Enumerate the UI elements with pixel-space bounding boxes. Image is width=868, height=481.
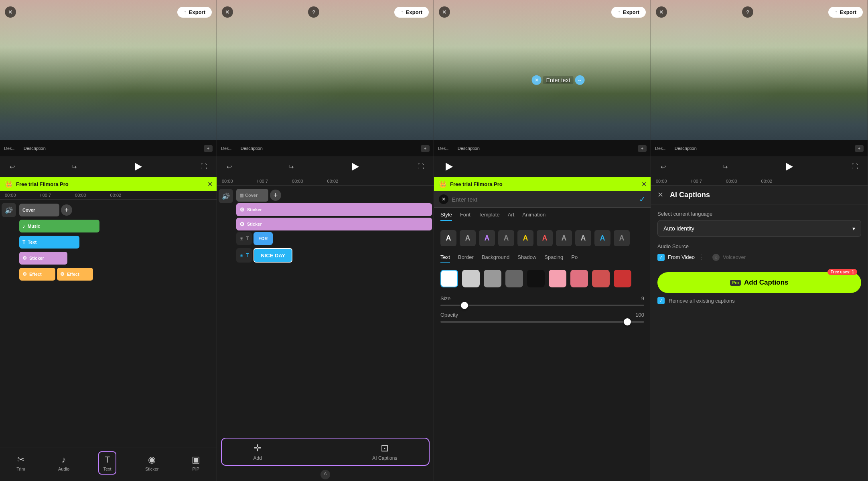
play-button-3[interactable] — [442, 160, 456, 174]
video-bottom-btn-3[interactable]: + — [638, 145, 647, 152]
add-item-2[interactable]: ✛ Add — [254, 443, 262, 461]
tab-style-3[interactable]: Style — [440, 212, 452, 221]
overlay-close-btn-3[interactable]: ✕ — [532, 75, 541, 85]
video-bottom-btn-2[interactable]: + — [421, 145, 430, 152]
text-input-field-3[interactable] — [452, 196, 636, 203]
fullscreen-button-2[interactable]: ⛶ — [416, 162, 426, 172]
color-swatch-gray-3[interactable] — [484, 270, 501, 287]
play-button-1[interactable] — [131, 160, 146, 174]
style-btn-more-3[interactable]: A — [614, 230, 630, 246]
color-swatch-lgray-3[interactable] — [462, 270, 480, 287]
ai-close-btn-4[interactable]: ✕ — [657, 190, 663, 199]
export-button-4[interactable]: ↑ Export — [828, 7, 863, 18]
video-bottom-btn-1[interactable]: + — [204, 145, 213, 152]
play-button-4[interactable] — [782, 160, 797, 174]
banner-close-1[interactable]: ✕ — [207, 180, 213, 188]
style-btn-light-3[interactable]: A — [575, 230, 591, 246]
size-slider-thumb-3[interactable] — [461, 302, 468, 309]
sticker-item-2[interactable]: ⚙ Sticker — [236, 218, 432, 230]
close-button-4[interactable]: ✕ — [656, 6, 667, 18]
ai-from-video-option-4[interactable]: ✓ From Video ⋮ — [657, 253, 704, 261]
redo-button-4[interactable]: ↪ — [721, 162, 729, 172]
tab-art-3[interactable]: Art — [508, 212, 515, 221]
tool-pip-1[interactable]: ▣ PIP — [188, 452, 204, 474]
style-btn-gold-3[interactable]: A — [517, 230, 533, 246]
color-swatch-black-3[interactable] — [527, 270, 545, 287]
ai-captions-item-2[interactable]: ⊡ AI Captions — [372, 443, 397, 461]
opacity-slider-thumb-3[interactable] — [624, 318, 631, 325]
text-close-btn-3[interactable]: ✕ — [439, 194, 448, 204]
clip-for-2[interactable]: FOR — [254, 232, 272, 245]
close-button-2[interactable]: ✕ — [222, 6, 233, 18]
style-btn-dark-3[interactable]: A — [498, 230, 514, 246]
color-swatch-pink-3[interactable] — [549, 270, 566, 287]
color-swatch-red-3[interactable] — [614, 270, 631, 287]
tab-animation-3[interactable]: Animation — [522, 212, 546, 221]
sticker-item-1[interactable]: ⚙ Sticker — [236, 203, 432, 216]
color-swatch-salmon-3[interactable] — [592, 270, 610, 287]
style-btn-outline-3[interactable]: A — [460, 230, 476, 246]
add-track-btn-1[interactable]: + — [61, 204, 72, 216]
close-button-1[interactable]: ✕ — [5, 6, 16, 18]
color-tab-po-3[interactable]: Po — [571, 254, 578, 263]
tab-font-3[interactable]: Font — [460, 212, 471, 221]
export-button-2[interactable]: ↑ Export — [394, 7, 429, 18]
style-btn-cyan-3[interactable]: A — [594, 230, 610, 246]
clip-sticker-1[interactable]: ⚙ Sticker — [19, 252, 67, 265]
tool-sticker-1[interactable]: ◉ Sticker — [141, 452, 163, 474]
undo-button-4[interactable]: ↩ — [659, 162, 667, 172]
color-tab-border-3[interactable]: Border — [458, 254, 474, 263]
video-bottom-btn-4[interactable]: + — [855, 145, 864, 152]
tab-template-3[interactable]: Template — [479, 212, 500, 221]
play-button-2[interactable] — [348, 160, 363, 174]
ai-voiceover-radio-4[interactable]: ○ — [712, 254, 720, 261]
clip-effect-2[interactable]: ⚙ Effect — [57, 268, 93, 281]
export-button-1[interactable]: ↑ Export — [177, 7, 212, 18]
clip-text-1[interactable]: T Text — [19, 236, 79, 249]
banner-close-3[interactable]: ✕ — [641, 180, 647, 188]
tool-trim-1[interactable]: ✂ Trim — [12, 452, 29, 474]
undo-button-1[interactable]: ↩ — [8, 162, 16, 172]
color-tab-text-3[interactable]: Text — [440, 254, 450, 263]
ai-language-dropdown-4[interactable]: Auto identity ▾ — [657, 220, 861, 237]
remove-checkbox-4[interactable]: ✓ — [657, 297, 665, 304]
ai-from-video-checkbox-4[interactable]: ✓ — [657, 254, 665, 261]
color-tab-bg-3[interactable]: Background — [482, 254, 509, 263]
clip-cover-1[interactable]: Cover — [19, 204, 59, 216]
add-captions-btn-4[interactable]: Free uses: 1 Pro Add Captions — [657, 272, 861, 293]
fullscreen-button-4[interactable]: ⛶ — [850, 162, 860, 172]
close-button-3[interactable]: ✕ — [439, 6, 450, 18]
color-swatch-white-3[interactable] — [440, 270, 458, 287]
help-button-4[interactable]: ? — [742, 6, 753, 18]
style-btn-purple-3[interactable]: A — [479, 230, 495, 246]
color-tab-spacing-3[interactable]: Spacing — [544, 254, 563, 263]
redo-button-1[interactable]: ↪ — [70, 162, 78, 172]
clip-cover-2[interactable]: ▤ Cover — [236, 189, 268, 202]
style-btn-gray-3[interactable]: A — [556, 230, 572, 246]
clip-music-1[interactable]: ♪ Music — [19, 220, 99, 232]
redo-button-2[interactable]: ↪ — [287, 162, 295, 172]
size-slider-track-3[interactable] — [440, 305, 644, 306]
sound-button-1[interactable]: 🔊 — [2, 203, 16, 217]
color-swatch-dgray-3[interactable] — [505, 270, 523, 287]
clip-nice-day-2[interactable]: NICE DAY — [254, 248, 292, 263]
text-overlay-text-3[interactable]: Enter text — [543, 76, 574, 84]
add-track-btn-2[interactable]: + — [270, 190, 281, 201]
style-btn-red-3[interactable]: A — [537, 230, 553, 246]
tool-text-1[interactable]: T Text — [98, 451, 116, 475]
style-btn-normal-3[interactable]: A — [440, 230, 456, 246]
export-button-3[interactable]: ↑ Export — [611, 7, 646, 18]
scroll-up-btn-2[interactable]: ^ — [320, 470, 330, 479]
sound-button-2[interactable]: 🔊 — [219, 189, 233, 203]
color-tab-shadow-3[interactable]: Shadow — [517, 254, 536, 263]
clip-effect-1[interactable]: ⚙ Effect — [19, 268, 55, 281]
undo-button-2[interactable]: ↩ — [225, 162, 233, 172]
help-button-2[interactable]: ? — [308, 6, 319, 18]
fullscreen-button-1[interactable]: ⛶ — [199, 162, 209, 172]
color-swatch-rose-3[interactable] — [570, 270, 588, 287]
overlay-resize-btn-3[interactable]: ↔ — [575, 75, 585, 85]
more-options-icon-4[interactable]: ⋮ — [698, 253, 704, 261]
text-confirm-btn-3[interactable]: ✓ — [639, 194, 646, 204]
opacity-slider-track-3[interactable] — [440, 321, 644, 323]
tool-audio-1[interactable]: ♪ Audio — [54, 452, 73, 474]
